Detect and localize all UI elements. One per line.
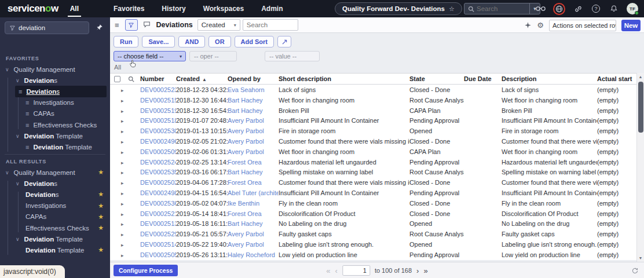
sidebar-tree-item[interactable]: ∨Deviations xyxy=(0,75,110,86)
record-link[interactable]: DEV0002505 xyxy=(140,251,176,258)
record-link[interactable]: Avery Parbol xyxy=(228,117,264,124)
sidebar-tree-item[interactable]: Deviations★ xyxy=(0,189,110,200)
filter-button-or[interactable]: OR xyxy=(208,36,231,47)
value-input[interactable]: -- value -- xyxy=(265,51,320,61)
record-link[interactable]: DEV0002513 xyxy=(140,220,176,227)
filter-button-and[interactable]: AND xyxy=(178,36,205,47)
sidebar-tree-item[interactable]: ∨Quality Management xyxy=(0,64,110,75)
sidebar-tree-item[interactable]: ≡Deviation Template xyxy=(0,141,110,152)
help-icon[interactable]: ? xyxy=(591,3,601,14)
sidebar-tree-item[interactable]: Investigations★ xyxy=(0,200,110,211)
actions-on-rows-select[interactable]: Actions on selected rows... ▾ xyxy=(549,20,616,31)
record-link[interactable]: DEV0002536 xyxy=(140,200,176,207)
navigator-filter[interactable] xyxy=(5,21,89,34)
expand-row-icon[interactable]: ▸ xyxy=(121,108,124,114)
topnav-menu-workspaces[interactable]: Workspaces xyxy=(203,5,244,13)
record-link[interactable]: Ike Benthin xyxy=(228,200,259,207)
sidebar-tree-item[interactable]: ∨Deviations xyxy=(0,178,110,189)
scroll-down-icon[interactable]: ▼ xyxy=(637,254,644,262)
favorite-star-icon[interactable]: ★ xyxy=(98,202,104,210)
record-link[interactable]: Avery Parbol xyxy=(228,148,264,155)
expand-row-icon[interactable]: ▸ xyxy=(121,118,124,124)
record-link[interactable]: DEV0002509 xyxy=(140,148,176,155)
record-link[interactable]: Forest Orea xyxy=(228,210,262,217)
list-chat-icon[interactable] xyxy=(143,20,151,30)
star-outline-icon[interactable]: ☆ xyxy=(449,5,455,13)
column-header-number[interactable]: Number xyxy=(140,75,176,82)
column-header-actual-start[interactable]: Actual start xyxy=(597,75,636,82)
sidebar-tree-item[interactable]: ∨Deviation Template xyxy=(0,130,110,141)
list-filter-funnel-icon[interactable] xyxy=(125,19,138,31)
sidebar-tree-item[interactable]: ∨Deviation Template xyxy=(0,233,110,244)
record-link[interactable]: DEV0002498 xyxy=(140,189,176,196)
expand-row-icon[interactable]: ▸ xyxy=(121,201,124,207)
favorite-star-icon[interactable]: ★ xyxy=(98,169,104,176)
record-link[interactable]: DEV0002515 xyxy=(140,97,176,104)
record-link[interactable]: Avery Parbol xyxy=(228,127,264,134)
notifications-bell-icon[interactable] xyxy=(609,3,619,14)
expand-row-icon[interactable]: ▸ xyxy=(121,160,124,166)
expand-row-icon[interactable]: ▸ xyxy=(121,253,124,258)
select-all-checkbox[interactable] xyxy=(114,76,120,82)
topnav-menu-admin[interactable]: Admin xyxy=(261,5,283,13)
chevron-down-icon[interactable]: ∨ xyxy=(16,236,20,242)
expand-row-icon[interactable]: ▸ xyxy=(121,211,124,217)
list-sort-field-select[interactable]: Created ▾ xyxy=(197,19,240,31)
record-link[interactable]: DEV0002523 xyxy=(140,86,176,93)
filter-button-run[interactable]: Run xyxy=(114,36,138,47)
record-link[interactable]: Forest Orea xyxy=(228,179,262,186)
sidebar-tree-item[interactable]: Deviation Template★ xyxy=(0,244,110,255)
column-header-short-description[interactable]: Short description xyxy=(279,75,409,82)
record-link[interactable]: DEV0002514 xyxy=(140,241,176,248)
global-search[interactable]: ▾ xyxy=(464,3,540,14)
record-link[interactable]: DEV0002519 xyxy=(140,107,176,114)
filter-breadcrumb[interactable]: All xyxy=(114,64,121,71)
scrollbar-thumb[interactable] xyxy=(638,82,643,133)
expand-row-icon[interactable]: ▸ xyxy=(121,242,124,248)
gear-icon[interactable]: ⚙ xyxy=(537,21,544,30)
sidebar-tree-item[interactable]: CAPAs★ xyxy=(0,211,110,222)
record-link[interactable]: Avery Parbol xyxy=(228,231,264,237)
connect-chat-icon[interactable] xyxy=(573,3,583,14)
previous-page-icon[interactable]: ‹ xyxy=(335,266,338,275)
expand-row-icon[interactable]: ▸ xyxy=(121,191,124,196)
record-link[interactable]: Bart Hachey xyxy=(228,107,263,114)
vertical-scrollbar[interactable]: ▲ ▼ xyxy=(636,73,644,262)
last-page-icon[interactable]: » xyxy=(423,266,427,275)
record-link[interactable]: DEV0002496 xyxy=(140,138,176,145)
globe-recording-icon[interactable] xyxy=(553,3,565,15)
user-avatar[interactable]: TF xyxy=(627,3,638,14)
record-link[interactable]: Avery Parbol xyxy=(228,241,264,248)
sidebar-tree-item[interactable]: Effectiveness Checks★ xyxy=(0,222,110,233)
global-search-input[interactable] xyxy=(477,5,529,12)
chevron-down-icon[interactable]: ∨ xyxy=(16,133,20,139)
favorite-page-pill[interactable]: Quality Forward Dev- Deviations ☆ xyxy=(335,2,462,15)
page-start-input[interactable] xyxy=(342,265,370,276)
column-header-state[interactable]: State xyxy=(409,75,464,82)
filter-button-save[interactable]: Save... xyxy=(142,36,175,47)
operator-select[interactable]: -- oper -- xyxy=(189,51,237,61)
record-link[interactable]: DEV0002521 xyxy=(140,210,176,217)
sidebar-tree-item[interactable]: ≡Investigations xyxy=(0,97,110,108)
configure-process-button[interactable]: Configure Process xyxy=(114,265,178,276)
column-search-icon[interactable] xyxy=(128,76,134,82)
column-header-due-date[interactable]: Due Date xyxy=(464,75,502,82)
copy-query-permalink-icon[interactable] xyxy=(277,36,291,47)
expand-row-icon[interactable]: ▸ xyxy=(121,139,124,145)
record-link[interactable]: Abel Tuter (architect) xyxy=(228,189,279,196)
record-link[interactable]: DEV0002530 xyxy=(140,127,176,134)
record-link[interactable]: DEV0002529 xyxy=(140,231,176,237)
list-context-menu-icon[interactable]: ≡ xyxy=(115,21,119,30)
topnav-all-menu[interactable]: All xyxy=(68,1,81,17)
first-page-icon[interactable]: « xyxy=(326,266,330,275)
favorite-star-icon[interactable]: ★ xyxy=(98,224,104,232)
list-search-input[interactable] xyxy=(243,19,298,31)
refresh-list-icon[interactable] xyxy=(631,266,639,277)
column-header-opened-by[interactable]: Opened by xyxy=(228,75,279,82)
sidebar-tree-item[interactable]: ≡Effectiveness Checks xyxy=(0,119,110,130)
record-link[interactable]: Eva Seahorn xyxy=(228,86,265,93)
next-page-icon[interactable]: › xyxy=(416,266,419,275)
column-header-description[interactable]: Description xyxy=(502,75,597,82)
topnav-menu-favorites[interactable]: Favorites xyxy=(114,5,144,13)
record-link[interactable]: Forest Orea xyxy=(228,159,262,166)
